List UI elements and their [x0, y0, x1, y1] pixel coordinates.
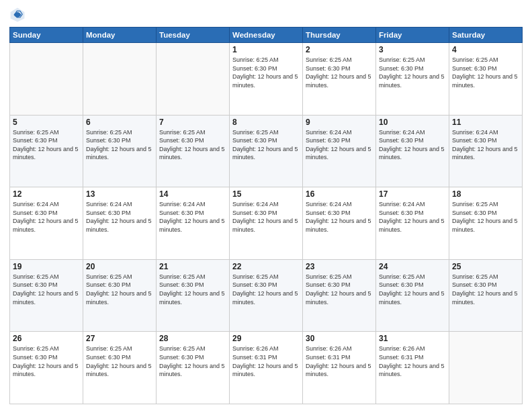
calendar-cell: 8Sunrise: 6:25 AM Sunset: 6:30 PM Daylig… [230, 115, 303, 187]
calendar-cell: 7Sunrise: 6:25 AM Sunset: 6:30 PM Daylig… [157, 115, 230, 187]
calendar-cell: 5Sunrise: 6:25 AM Sunset: 6:30 PM Daylig… [10, 115, 83, 187]
cell-info: Sunrise: 6:24 AM Sunset: 6:30 PM Dayligh… [306, 200, 373, 234]
cell-info: Sunrise: 6:26 AM Sunset: 6:31 PM Dayligh… [232, 345, 300, 378]
cell-info: Sunrise: 6:25 AM Sunset: 6:30 PM Dayligh… [13, 345, 80, 378]
day-number: 9 [306, 118, 373, 127]
calendar-cell: 30Sunrise: 6:26 AM Sunset: 6:31 PM Dayli… [303, 332, 376, 404]
cell-info: Sunrise: 6:26 AM Sunset: 6:31 PM Dayligh… [306, 345, 373, 378]
day-number: 16 [306, 189, 373, 199]
day-number: 24 [379, 262, 446, 271]
cell-info: Sunrise: 6:25 AM Sunset: 6:30 PM Dayligh… [232, 273, 300, 306]
cell-info: Sunrise: 6:25 AM Sunset: 6:30 PM Dayligh… [232, 128, 300, 162]
cell-info: Sunrise: 6:25 AM Sunset: 6:30 PM Dayligh… [159, 273, 226, 306]
cell-info: Sunrise: 6:24 AM Sunset: 6:30 PM Dayligh… [86, 200, 153, 234]
weekday-header-friday: Friday [376, 28, 449, 43]
calendar-cell: 13Sunrise: 6:24 AM Sunset: 6:30 PM Dayli… [83, 187, 157, 260]
day-number: 5 [13, 118, 80, 127]
calendar-cell: 3Sunrise: 6:25 AM Sunset: 6:30 PM Daylig… [376, 43, 449, 116]
week-row-2: 5Sunrise: 6:25 AM Sunset: 6:30 PM Daylig… [10, 115, 523, 187]
calendar-cell: 11Sunrise: 6:24 AM Sunset: 6:30 PM Dayli… [449, 115, 523, 187]
calendar-cell: 23Sunrise: 6:25 AM Sunset: 6:30 PM Dayli… [303, 259, 376, 332]
calendar-cell [449, 332, 523, 404]
cell-info: Sunrise: 6:25 AM Sunset: 6:30 PM Dayligh… [306, 273, 373, 306]
day-number: 2 [306, 45, 373, 54]
cell-info: Sunrise: 6:25 AM Sunset: 6:30 PM Dayligh… [159, 345, 226, 378]
day-number: 21 [159, 262, 226, 271]
weekday-header-monday: Monday [83, 28, 157, 43]
calendar-cell: 24Sunrise: 6:25 AM Sunset: 6:30 PM Dayli… [376, 259, 449, 332]
day-number: 22 [232, 262, 300, 271]
week-row-5: 26Sunrise: 6:25 AM Sunset: 6:30 PM Dayli… [10, 332, 523, 404]
logo [9, 7, 28, 23]
calendar-cell: 29Sunrise: 6:26 AM Sunset: 6:31 PM Dayli… [230, 332, 303, 404]
day-number: 28 [159, 334, 226, 343]
calendar-cell: 26Sunrise: 6:25 AM Sunset: 6:30 PM Dayli… [10, 332, 83, 404]
calendar-cell: 28Sunrise: 6:25 AM Sunset: 6:30 PM Dayli… [157, 332, 230, 404]
day-number: 19 [13, 262, 80, 271]
calendar-cell: 2Sunrise: 6:25 AM Sunset: 6:30 PM Daylig… [303, 43, 376, 116]
cell-info: Sunrise: 6:25 AM Sunset: 6:30 PM Dayligh… [379, 56, 446, 89]
day-number: 1 [232, 45, 300, 54]
calendar-page: SundayMondayTuesdayWednesdayThursdayFrid… [0, 0, 532, 411]
header [9, 7, 523, 23]
day-number: 15 [232, 189, 300, 199]
day-number: 7 [159, 118, 226, 127]
calendar-cell: 14Sunrise: 6:24 AM Sunset: 6:30 PM Dayli… [157, 187, 230, 260]
calendar-cell: 17Sunrise: 6:24 AM Sunset: 6:30 PM Dayli… [376, 187, 449, 260]
cell-info: Sunrise: 6:24 AM Sunset: 6:30 PM Dayligh… [13, 200, 80, 234]
day-number: 30 [306, 334, 373, 343]
day-number: 25 [452, 262, 519, 271]
cell-info: Sunrise: 6:25 AM Sunset: 6:30 PM Dayligh… [86, 128, 153, 162]
calendar-cell [157, 43, 230, 116]
calendar-cell: 6Sunrise: 6:25 AM Sunset: 6:30 PM Daylig… [83, 115, 157, 187]
calendar-cell: 4Sunrise: 6:25 AM Sunset: 6:30 PM Daylig… [449, 43, 523, 116]
cell-info: Sunrise: 6:25 AM Sunset: 6:30 PM Dayligh… [379, 273, 446, 306]
calendar-cell: 22Sunrise: 6:25 AM Sunset: 6:30 PM Dayli… [230, 259, 303, 332]
weekday-header-thursday: Thursday [303, 28, 376, 43]
cell-info: Sunrise: 6:26 AM Sunset: 6:31 PM Dayligh… [379, 345, 446, 378]
day-number: 6 [86, 118, 153, 127]
day-number: 13 [86, 189, 153, 199]
weekday-header-tuesday: Tuesday [157, 28, 230, 43]
cell-info: Sunrise: 6:25 AM Sunset: 6:30 PM Dayligh… [452, 200, 519, 234]
day-number: 14 [159, 189, 226, 199]
calendar-cell: 10Sunrise: 6:24 AM Sunset: 6:30 PM Dayli… [376, 115, 449, 187]
cell-info: Sunrise: 6:24 AM Sunset: 6:30 PM Dayligh… [306, 128, 373, 162]
cell-info: Sunrise: 6:25 AM Sunset: 6:30 PM Dayligh… [13, 273, 80, 306]
cell-info: Sunrise: 6:25 AM Sunset: 6:30 PM Dayligh… [452, 56, 519, 89]
day-number: 27 [86, 334, 153, 343]
day-number: 29 [232, 334, 300, 343]
day-number: 18 [452, 189, 519, 199]
cell-info: Sunrise: 6:24 AM Sunset: 6:30 PM Dayligh… [452, 128, 519, 162]
day-number: 10 [379, 118, 446, 127]
week-row-4: 19Sunrise: 6:25 AM Sunset: 6:30 PM Dayli… [10, 259, 523, 332]
calendar-cell [10, 43, 83, 116]
calendar-cell: 21Sunrise: 6:25 AM Sunset: 6:30 PM Dayli… [157, 259, 230, 332]
day-number: 4 [452, 45, 519, 54]
calendar-cell: 18Sunrise: 6:25 AM Sunset: 6:30 PM Dayli… [449, 187, 523, 260]
cell-info: Sunrise: 6:25 AM Sunset: 6:30 PM Dayligh… [452, 273, 519, 306]
day-number: 17 [379, 189, 446, 199]
cell-info: Sunrise: 6:25 AM Sunset: 6:30 PM Dayligh… [86, 273, 153, 306]
calendar-cell [83, 43, 157, 116]
calendar-cell: 25Sunrise: 6:25 AM Sunset: 6:30 PM Dayli… [449, 259, 523, 332]
calendar-cell: 27Sunrise: 6:25 AM Sunset: 6:30 PM Dayli… [83, 332, 157, 404]
cell-info: Sunrise: 6:25 AM Sunset: 6:30 PM Dayligh… [306, 56, 373, 89]
calendar-cell: 9Sunrise: 6:24 AM Sunset: 6:30 PM Daylig… [303, 115, 376, 187]
week-row-3: 12Sunrise: 6:24 AM Sunset: 6:30 PM Dayli… [10, 187, 523, 260]
calendar-cell: 12Sunrise: 6:24 AM Sunset: 6:30 PM Dayli… [10, 187, 83, 260]
calendar-cell: 1Sunrise: 6:25 AM Sunset: 6:30 PM Daylig… [230, 43, 303, 116]
calendar-cell: 15Sunrise: 6:24 AM Sunset: 6:30 PM Dayli… [230, 187, 303, 260]
weekday-header-wednesday: Wednesday [230, 28, 303, 43]
calendar-table: SundayMondayTuesdayWednesdayThursdayFrid… [9, 27, 523, 404]
cell-info: Sunrise: 6:24 AM Sunset: 6:30 PM Dayligh… [232, 200, 300, 234]
logo-icon [9, 7, 26, 23]
week-row-1: 1Sunrise: 6:25 AM Sunset: 6:30 PM Daylig… [10, 43, 523, 116]
cell-info: Sunrise: 6:25 AM Sunset: 6:30 PM Dayligh… [159, 128, 226, 162]
calendar-cell: 20Sunrise: 6:25 AM Sunset: 6:30 PM Dayli… [83, 259, 157, 332]
cell-info: Sunrise: 6:25 AM Sunset: 6:30 PM Dayligh… [13, 128, 80, 162]
day-number: 11 [452, 118, 519, 127]
cell-info: Sunrise: 6:25 AM Sunset: 6:30 PM Dayligh… [86, 345, 153, 378]
day-number: 26 [13, 334, 80, 343]
weekday-header-sunday: Sunday [10, 28, 83, 43]
